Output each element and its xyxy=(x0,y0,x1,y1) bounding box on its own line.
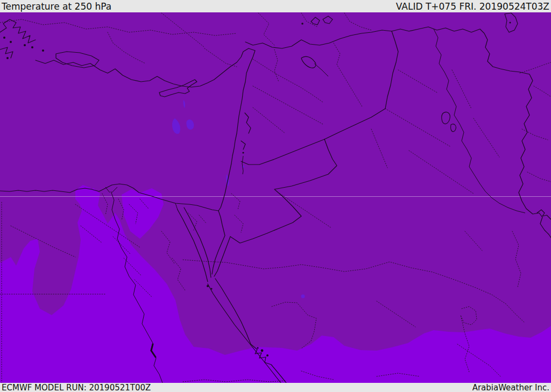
valid-time-label: VALID T+075 FRI. 20190524T03Z xyxy=(396,0,549,13)
brand-label: ArabiaWeather Inc. xyxy=(472,383,549,392)
map-title: Temperature at 250 hPa xyxy=(2,0,111,13)
warm-region-overlay xyxy=(0,185,551,383)
footer-bar: ECMWF MODEL RUN: 20190521T00Z ArabiaWeat… xyxy=(0,383,551,392)
weather-map xyxy=(0,12,551,383)
header-bar: Temperature at 250 hPa VALID T+075 FRI. … xyxy=(0,0,551,12)
weather-map-screen: Temperature at 250 hPa VALID T+075 FRI. … xyxy=(0,0,551,392)
model-run-label: ECMWF MODEL RUN: 20190521T00Z xyxy=(2,383,151,392)
map-area xyxy=(0,12,551,383)
